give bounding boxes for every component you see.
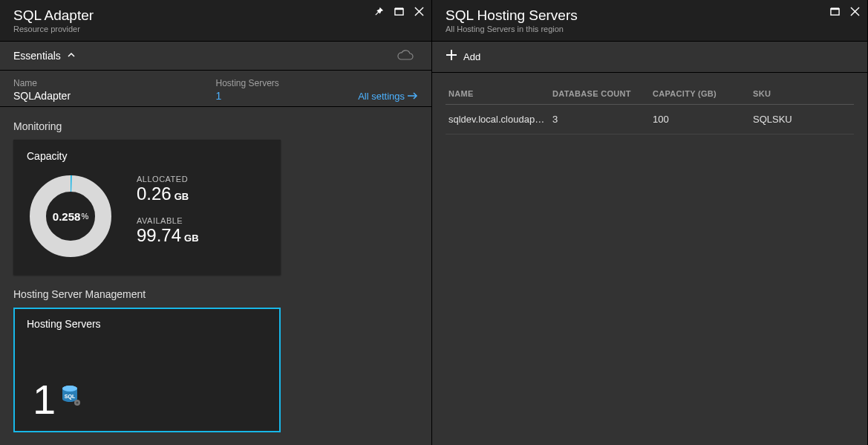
blade-title: SQL Adapter: [13, 7, 418, 24]
hosting-tile-title: Hosting Servers: [27, 318, 267, 330]
mgmt-label: Hosting Server Management: [0, 275, 431, 308]
blade-body: NAME DATABASE COUNT CAPACITY (GB) SKU sq…: [432, 73, 867, 445]
svg-text:SQL: SQL: [65, 394, 76, 400]
cell-db: 3: [552, 114, 653, 125]
add-button[interactable]: Add: [432, 42, 867, 73]
hosting-servers-tile[interactable]: Hosting Servers 1 SQL: [13, 308, 281, 432]
plus-icon: [446, 49, 457, 65]
essentials-label: Essentials: [13, 50, 61, 62]
cell-cap: 100: [653, 114, 753, 125]
essentials-toggle[interactable]: Essentials: [0, 42, 431, 71]
svg-point-8: [62, 386, 77, 392]
grid-header: NAME DATABASE COUNT CAPACITY (GB) SKU: [446, 83, 854, 105]
available-label: AVAILABLE: [137, 216, 199, 225]
col-name[interactable]: NAME: [448, 89, 552, 98]
close-icon[interactable]: [850, 6, 860, 19]
allocated-label: ALLOCATED: [137, 175, 199, 183]
arrow-right-icon: [408, 91, 418, 102]
maximize-icon[interactable]: [830, 6, 840, 19]
all-settings-link[interactable]: All settings: [358, 91, 418, 102]
capacity-title: Capacity: [27, 150, 267, 162]
capacity-donut: 0.258%: [27, 172, 114, 260]
name-value: SQLAdapter: [13, 90, 216, 102]
donut-percent: 0.258: [53, 210, 81, 223]
maximize-icon[interactable]: [394, 6, 404, 19]
hosting-count-value: 1: [33, 375, 56, 423]
chevron-up-icon: [67, 49, 76, 62]
blade-header: SQL Hosting Servers All Hosting Servers …: [432, 0, 867, 42]
essentials-summary: Name SQLAdapter Hosting Servers 1 All se…: [0, 71, 431, 107]
cell-name: sqldev.local.cloudapp....: [448, 114, 552, 125]
cloud-icon: [396, 49, 415, 65]
capacity-body: 0.258% ALLOCATED 0.26GB AVAILABLE 99.74G…: [27, 172, 267, 260]
monitoring-label: Monitoring: [0, 107, 431, 140]
summary-name: Name SQLAdapter: [13, 78, 216, 102]
cell-sku: SQLSKU: [753, 114, 851, 125]
blade-body: Essentials Name SQLAdapter Hosting Serve…: [0, 42, 431, 445]
col-capacity[interactable]: CAPACITY (GB): [653, 89, 753, 98]
capacity-tile[interactable]: Capacity 0.258% ALLOCATED 0.26GB: [13, 140, 281, 275]
hosting-servers-label: Hosting Servers: [216, 78, 419, 88]
table-row[interactable]: sqldev.local.cloudapp.... 3 100 SQLSKU: [446, 105, 854, 134]
col-sku[interactable]: SKU: [753, 89, 851, 98]
blade-controls: [373, 6, 424, 19]
available-stat: AVAILABLE 99.74GB: [137, 216, 199, 246]
sql-adapter-blade: SQL Adapter Resource provider Essentials: [0, 0, 432, 445]
donut-percent-symbol: %: [81, 212, 88, 221]
donut-center: 0.258%: [27, 172, 114, 260]
name-label: Name: [13, 78, 216, 88]
blade-subtitle: Resource provider: [13, 25, 418, 33]
hosting-count: 1 SQL: [33, 368, 81, 423]
close-icon[interactable]: [414, 6, 424, 19]
blade-title: SQL Hosting Servers: [446, 7, 854, 24]
servers-grid: NAME DATABASE COUNT CAPACITY (GB) SKU sq…: [432, 83, 867, 134]
pin-icon[interactable]: [373, 6, 384, 19]
capacity-stats: ALLOCATED 0.26GB AVAILABLE 99.74GB: [137, 175, 199, 258]
col-database-count[interactable]: DATABASE COUNT: [552, 89, 653, 98]
sql-hosting-servers-blade: SQL Hosting Servers All Hosting Servers …: [432, 0, 868, 445]
available-value: 99.74GB: [137, 225, 199, 246]
svg-point-11: [76, 402, 79, 404]
blade-header: SQL Adapter Resource provider: [0, 0, 431, 42]
sql-database-icon: SQL: [60, 368, 81, 416]
add-label: Add: [463, 51, 480, 62]
all-settings-label: All settings: [358, 91, 405, 102]
blade-controls: [830, 6, 860, 19]
allocated-value: 0.26GB: [137, 183, 199, 204]
blade-subtitle: All Hosting Servers in this region: [446, 25, 854, 33]
allocated-stat: ALLOCATED 0.26GB: [137, 175, 199, 204]
